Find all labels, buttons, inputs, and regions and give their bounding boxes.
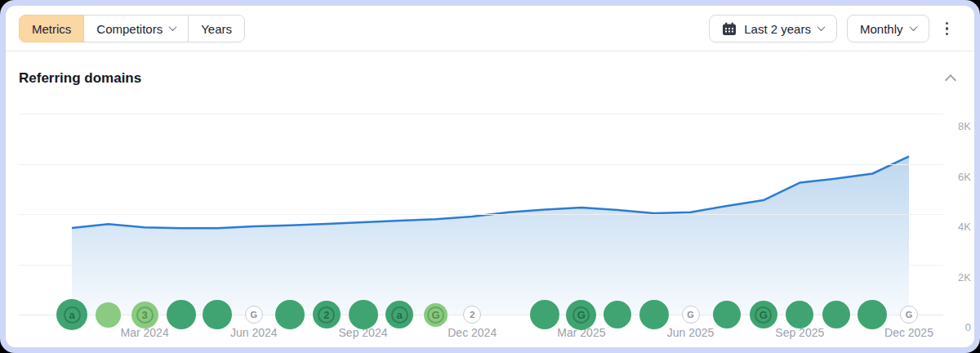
event-marker-glyph: G [427,306,444,324]
event-marker[interactable] [96,302,121,328]
event-marker[interactable] [349,300,378,329]
event-marker[interactable]: G [900,306,918,324]
event-marker[interactable] [604,301,631,328]
x-axis-label: Jun 2024 [217,326,291,339]
event-marker[interactable]: 2 [313,301,341,328]
event-marker[interactable]: G [682,306,700,324]
gridline [19,265,943,266]
event-marker[interactable]: 3 [131,302,158,328]
x-axis-label: Jun 2025 [654,326,728,339]
gridline [19,214,943,215]
y-axis-label: 4K [935,221,971,233]
screenshot-frame: Metrics Competitors Years [0,0,980,353]
event-marker[interactable] [639,300,669,329]
event-marker-glyph: a [391,306,408,324]
event-marker-glyph: 2 [318,306,335,324]
tab-metrics-label: Metrics [32,22,71,36]
event-marker[interactable] [203,300,232,329]
y-axis-label: 8K [935,120,971,132]
event-marker[interactable] [822,301,850,328]
metrics-panel-card: Metrics Competitors Years [6,6,974,347]
event-marker[interactable] [786,301,813,328]
y-axis-label: 6K [935,171,971,183]
event-marker-glyph: G [687,310,694,319]
tab-metrics[interactable]: Metrics [19,15,84,42]
event-marker[interactable] [167,300,196,329]
event-marker-glyph: 2 [470,310,474,319]
y-axis-label: 2K [935,271,971,284]
event-marker-glyph: G [755,306,772,324]
event-marker[interactable]: G [566,300,596,330]
event-marker[interactable]: 2 [463,306,481,324]
x-axis-label: Dec 2025 [872,326,946,339]
event-marker-glyph: a [64,306,81,324]
event-marker-glyph: G [251,310,258,319]
event-marker[interactable] [530,300,559,329]
x-axis-label: Dec 2024 [435,326,509,339]
event-marker-glyph: G [572,306,590,324]
referring-domains-chart: 8K6K4K2K0Mar 2024Jun 2024Sep 2024Dec 202… [6,6,974,347]
event-marker[interactable] [858,300,887,329]
event-marker[interactable]: G [750,301,777,328]
event-marker[interactable]: a [385,301,413,328]
gridline [19,164,943,165]
area-line-plot[interactable] [19,106,943,315]
event-marker-glyph: G [906,310,913,319]
event-marker[interactable]: a [56,299,87,330]
event-marker[interactable]: G [424,303,448,327]
event-marker[interactable] [713,301,741,328]
event-marker[interactable] [275,300,305,329]
event-marker[interactable]: G [245,306,263,324]
gridline [19,114,943,114]
event-marker-glyph: 3 [136,306,154,324]
